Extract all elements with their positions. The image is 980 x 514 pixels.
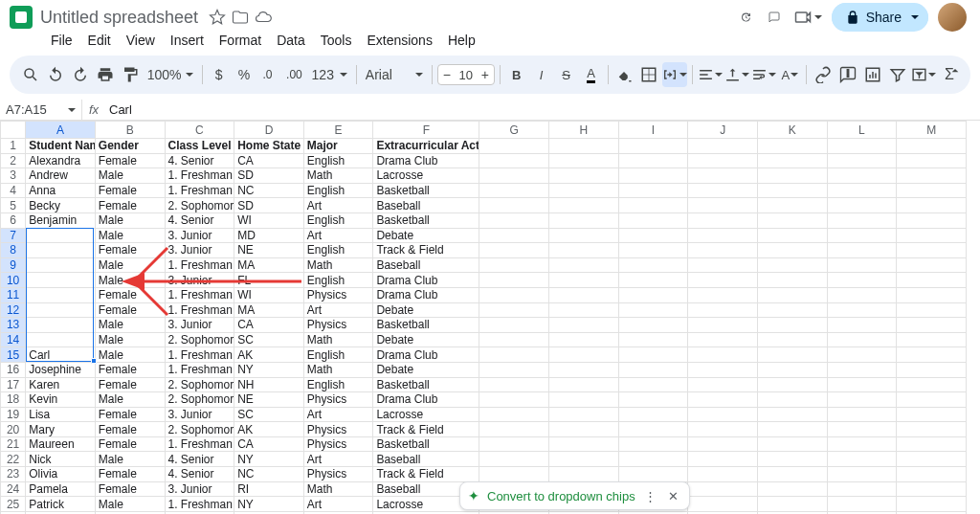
cell[interactable] [549, 212, 619, 228]
cell[interactable] [688, 139, 758, 154]
cell[interactable]: Female [95, 183, 165, 198]
cell[interactable] [618, 436, 688, 452]
paint-format-icon[interactable] [119, 62, 142, 87]
row-header[interactable]: 10 [1, 273, 26, 288]
cell[interactable] [26, 318, 96, 333]
menu-edit[interactable]: Edit [81, 29, 118, 52]
cell[interactable] [827, 347, 897, 363]
row-header[interactable]: 11 [1, 287, 26, 302]
cell[interactable] [26, 332, 96, 347]
cell[interactable] [827, 153, 897, 168]
cell[interactable]: Math [303, 332, 373, 347]
row-header[interactable]: 16 [1, 362, 26, 377]
cell[interactable] [688, 257, 758, 273]
cell[interactable] [479, 139, 549, 154]
bold-icon[interactable]: B [505, 62, 528, 87]
cell[interactable]: Female [95, 436, 165, 452]
cell[interactable]: MD [234, 228, 304, 243]
cell[interactable]: Male [95, 228, 165, 243]
cell[interactable] [688, 287, 758, 302]
cloud-status-icon[interactable] [255, 9, 272, 26]
cell[interactable] [618, 257, 688, 273]
cell[interactable]: Male [95, 497, 165, 512]
row-header[interactable]: 14 [1, 332, 26, 347]
cell[interactable]: AK [234, 347, 304, 363]
cell[interactable] [827, 228, 897, 243]
cell[interactable] [757, 467, 827, 482]
borders-icon[interactable] [637, 62, 660, 87]
cell[interactable] [827, 198, 897, 213]
cell[interactable] [757, 347, 827, 363]
cell[interactable]: Male [95, 168, 165, 184]
cell[interactable]: Male [95, 452, 165, 467]
cell[interactable] [549, 377, 619, 392]
cell[interactable]: Baseball [373, 198, 479, 213]
cell[interactable]: Male [95, 347, 165, 363]
column-header-D[interactable]: D [234, 122, 304, 139]
document-title[interactable]: Untitled spreadsheet [40, 8, 198, 28]
cell[interactable] [618, 392, 688, 408]
insert-link-icon[interactable] [812, 62, 835, 87]
cell[interactable]: English [303, 183, 373, 198]
cell[interactable] [688, 467, 758, 482]
cell[interactable] [479, 168, 549, 184]
cell[interactable] [688, 422, 758, 437]
cell[interactable]: Female [95, 362, 165, 377]
cell[interactable] [827, 168, 897, 184]
row-header[interactable]: 17 [1, 377, 26, 392]
cell[interactable] [897, 407, 967, 422]
cell[interactable] [897, 273, 967, 288]
cell[interactable]: 1. Freshman [165, 287, 234, 302]
column-header-G[interactable]: G [479, 122, 549, 139]
cell[interactable] [479, 273, 549, 288]
row-header[interactable]: 13 [1, 318, 26, 333]
menu-format[interactable]: Format [212, 29, 268, 52]
cell[interactable] [549, 153, 619, 168]
cell[interactable] [549, 302, 619, 318]
suggestion-more-icon[interactable]: ⋮ [643, 489, 658, 503]
cell[interactable] [897, 183, 967, 198]
cell[interactable] [618, 362, 688, 377]
cell[interactable] [757, 302, 827, 318]
cell[interactable] [688, 392, 758, 408]
cell[interactable]: English [303, 273, 373, 288]
move-folder-icon[interactable] [232, 9, 249, 26]
cell[interactable] [549, 332, 619, 347]
row-header[interactable]: 9 [1, 257, 26, 273]
cell[interactable] [549, 273, 619, 288]
cell[interactable] [757, 168, 827, 184]
increase-decimals-icon[interactable]: .00 [282, 62, 305, 87]
cell[interactable]: RI [234, 481, 304, 497]
cell[interactable]: Becky [26, 198, 96, 213]
cell[interactable] [688, 243, 758, 258]
cell[interactable] [827, 407, 897, 422]
cell[interactable]: Carl [26, 347, 96, 363]
cell[interactable]: Math [303, 481, 373, 497]
cell[interactable] [549, 257, 619, 273]
row-header[interactable]: 8 [1, 243, 26, 258]
name-box[interactable]: A7:A15 [0, 100, 82, 120]
cell[interactable] [688, 198, 758, 213]
cell[interactable]: Female [95, 481, 165, 497]
undo-icon[interactable] [44, 62, 67, 87]
cell[interactable]: WI [234, 287, 304, 302]
cell[interactable] [618, 407, 688, 422]
cell[interactable]: English [303, 347, 373, 363]
cell[interactable] [688, 407, 758, 422]
column-header-H[interactable]: H [549, 122, 619, 139]
column-header-L[interactable]: L [827, 122, 897, 139]
font-family-select[interactable]: Arial [362, 67, 427, 82]
cell[interactable] [549, 139, 619, 154]
cell[interactable] [827, 318, 897, 333]
menu-data[interactable]: Data [270, 29, 312, 52]
column-header-F[interactable]: F [373, 122, 479, 139]
cell[interactable]: 3. Junior [165, 407, 234, 422]
cell[interactable] [827, 497, 897, 512]
cell[interactable] [757, 436, 827, 452]
cell[interactable]: 2. Sophomore [165, 392, 234, 408]
row-header[interactable]: 18 [1, 392, 26, 408]
cell[interactable]: NH [234, 377, 304, 392]
cell[interactable] [479, 422, 549, 437]
cell[interactable]: 4. Senior [165, 153, 234, 168]
cell[interactable]: SD [234, 168, 304, 184]
